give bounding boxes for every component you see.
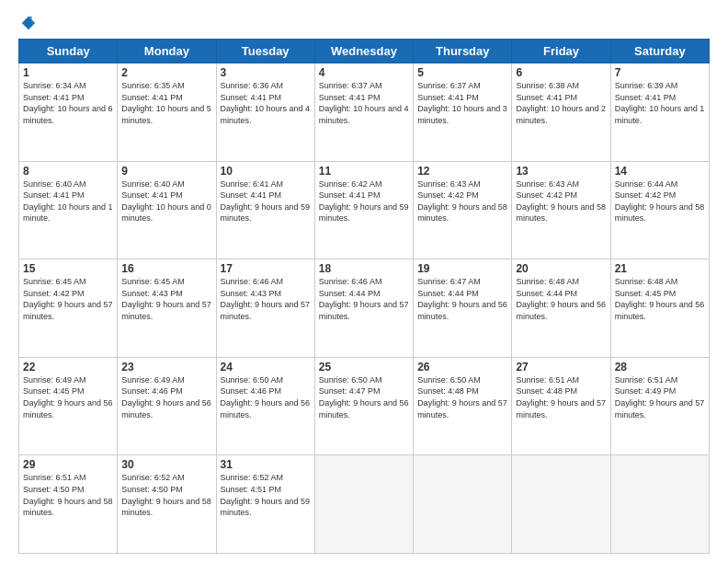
page: SundayMondayTuesdayWednesdayThursdayFrid… [0,0,728,563]
calendar-week-2: 8Sunrise: 6:40 AMSunset: 4:41 PMDaylight… [19,161,710,259]
calendar-cell: 11Sunrise: 6:42 AMSunset: 4:41 PMDayligh… [314,161,413,259]
day-number: 3 [221,66,311,79]
day-info: Sunrise: 6:48 AMSunset: 4:44 PMDaylight:… [516,276,606,322]
day-number: 5 [417,66,507,79]
day-number: 19 [417,262,507,275]
day-info: Sunrise: 6:49 AMSunset: 4:46 PMDaylight:… [121,374,211,420]
day-number: 16 [121,262,211,275]
calendar-cell: 5Sunrise: 6:37 AMSunset: 4:41 PMDaylight… [414,63,512,162]
day-info: Sunrise: 6:48 AMSunset: 4:45 PMDaylight:… [615,276,705,322]
calendar-cell: 1Sunrise: 6:34 AMSunset: 4:41 PMDaylight… [19,63,118,162]
calendar-week-3: 15Sunrise: 6:45 AMSunset: 4:42 PMDayligh… [19,259,710,358]
day-number: 27 [516,361,606,373]
day-number: 17 [221,262,311,275]
day-number: 8 [23,165,113,178]
calendar-cell: 20Sunrise: 6:48 AMSunset: 4:44 PMDayligh… [512,259,610,358]
day-number: 1 [23,66,113,79]
calendar-cell: 17Sunrise: 6:46 AMSunset: 4:43 PMDayligh… [216,259,314,358]
day-info: Sunrise: 6:51 AMSunset: 4:48 PMDaylight:… [516,374,606,420]
day-info: Sunrise: 6:47 AMSunset: 4:44 PMDaylight:… [417,276,507,322]
day-number: 26 [417,361,507,373]
calendar-cell: 13Sunrise: 6:43 AMSunset: 4:42 PMDayligh… [512,161,610,259]
calendar-week-4: 22Sunrise: 6:49 AMSunset: 4:45 PMDayligh… [19,357,710,455]
calendar-cell: 7Sunrise: 6:39 AMSunset: 4:41 PMDaylight… [610,63,709,162]
day-info: Sunrise: 6:43 AMSunset: 4:42 PMDaylight:… [516,178,606,224]
calendar-header-sunday: Sunday [19,40,118,63]
day-info: Sunrise: 6:51 AMSunset: 4:50 PMDaylight:… [23,472,113,518]
day-number: 10 [221,165,311,178]
day-info: Sunrise: 6:46 AMSunset: 4:43 PMDaylight:… [221,276,311,322]
day-info: Sunrise: 6:40 AMSunset: 4:41 PMDaylight:… [23,178,113,224]
day-number: 21 [615,262,705,275]
calendar-cell: 26Sunrise: 6:50 AMSunset: 4:48 PMDayligh… [414,357,512,455]
day-info: Sunrise: 6:45 AMSunset: 4:42 PMDaylight:… [23,276,113,322]
calendar-header-thursday: Thursday [414,40,512,63]
day-info: Sunrise: 6:50 AMSunset: 4:47 PMDaylight:… [319,374,409,420]
day-info: Sunrise: 6:36 AMSunset: 4:41 PMDaylight:… [221,80,311,126]
day-number: 14 [615,165,705,178]
calendar-cell: 8Sunrise: 6:40 AMSunset: 4:41 PMDaylight… [19,161,118,259]
calendar-cell: 19Sunrise: 6:47 AMSunset: 4:44 PMDayligh… [414,259,512,358]
calendar-header-monday: Monday [118,40,216,63]
day-info: Sunrise: 6:34 AMSunset: 4:41 PMDaylight:… [23,80,113,126]
day-info: Sunrise: 6:40 AMSunset: 4:41 PMDaylight:… [121,178,211,224]
day-number: 6 [516,66,606,79]
day-number: 15 [23,262,113,275]
day-info: Sunrise: 6:46 AMSunset: 4:44 PMDaylight:… [319,276,409,322]
day-info: Sunrise: 6:51 AMSunset: 4:49 PMDaylight:… [615,374,705,420]
day-number: 22 [23,361,113,373]
day-number: 18 [319,262,409,275]
day-number: 23 [121,361,211,373]
calendar-header-friday: Friday [512,40,610,63]
day-number: 31 [221,458,311,471]
calendar-cell: 4Sunrise: 6:37 AMSunset: 4:41 PMDaylight… [314,63,413,162]
calendar-cell: 15Sunrise: 6:45 AMSunset: 4:42 PMDayligh… [19,259,118,358]
day-number: 4 [319,66,409,79]
day-number: 30 [121,458,211,471]
day-number: 29 [23,458,113,471]
calendar-cell [610,455,709,554]
calendar-cell: 10Sunrise: 6:41 AMSunset: 4:41 PMDayligh… [216,161,314,259]
day-info: Sunrise: 6:37 AMSunset: 4:41 PMDaylight:… [319,80,409,126]
calendar-cell: 28Sunrise: 6:51 AMSunset: 4:49 PMDayligh… [610,357,709,455]
calendar-cell: 9Sunrise: 6:40 AMSunset: 4:41 PMDaylight… [118,161,216,259]
calendar-cell: 30Sunrise: 6:52 AMSunset: 4:50 PMDayligh… [118,455,216,554]
day-number: 24 [221,361,311,373]
calendar-cell: 25Sunrise: 6:50 AMSunset: 4:47 PMDayligh… [314,357,413,455]
day-info: Sunrise: 6:44 AMSunset: 4:42 PMDaylight:… [615,178,705,224]
calendar-cell: 12Sunrise: 6:43 AMSunset: 4:42 PMDayligh… [414,161,512,259]
calendar-cell: 24Sunrise: 6:50 AMSunset: 4:46 PMDayligh… [216,357,314,455]
calendar-cell [414,455,512,554]
calendar-header-saturday: Saturday [610,40,709,63]
day-number: 28 [615,361,705,373]
header [18,15,710,31]
calendar: SundayMondayTuesdayWednesdayThursdayFrid… [18,39,710,554]
day-number: 7 [615,66,705,79]
day-number: 11 [319,165,409,178]
calendar-cell: 6Sunrise: 6:38 AMSunset: 4:41 PMDaylight… [512,63,610,162]
day-info: Sunrise: 6:52 AMSunset: 4:51 PMDaylight:… [221,472,311,518]
day-info: Sunrise: 6:37 AMSunset: 4:41 PMDaylight:… [417,80,507,126]
calendar-cell [314,455,413,554]
day-info: Sunrise: 6:38 AMSunset: 4:41 PMDaylight:… [516,80,606,126]
calendar-header-row: SundayMondayTuesdayWednesdayThursdayFrid… [19,40,710,63]
day-info: Sunrise: 6:50 AMSunset: 4:46 PMDaylight:… [221,374,311,420]
calendar-header-wednesday: Wednesday [314,40,413,63]
calendar-cell: 29Sunrise: 6:51 AMSunset: 4:50 PMDayligh… [19,455,118,554]
day-info: Sunrise: 6:39 AMSunset: 4:41 PMDaylight:… [615,80,705,126]
calendar-cell: 23Sunrise: 6:49 AMSunset: 4:46 PMDayligh… [118,357,216,455]
logo [18,15,37,31]
day-number: 2 [121,66,211,79]
day-info: Sunrise: 6:42 AMSunset: 4:41 PMDaylight:… [319,178,409,224]
day-info: Sunrise: 6:43 AMSunset: 4:42 PMDaylight:… [417,178,507,224]
calendar-cell: 31Sunrise: 6:52 AMSunset: 4:51 PMDayligh… [216,455,314,554]
day-info: Sunrise: 6:41 AMSunset: 4:41 PMDaylight:… [221,178,311,224]
calendar-cell: 16Sunrise: 6:45 AMSunset: 4:43 PMDayligh… [118,259,216,358]
calendar-cell: 3Sunrise: 6:36 AMSunset: 4:41 PMDaylight… [216,63,314,162]
day-number: 13 [516,165,606,178]
calendar-header-tuesday: Tuesday [216,40,314,63]
calendar-cell: 22Sunrise: 6:49 AMSunset: 4:45 PMDayligh… [19,357,118,455]
day-number: 20 [516,262,606,275]
calendar-cell: 2Sunrise: 6:35 AMSunset: 4:41 PMDaylight… [118,63,216,162]
day-info: Sunrise: 6:52 AMSunset: 4:50 PMDaylight:… [121,472,211,518]
